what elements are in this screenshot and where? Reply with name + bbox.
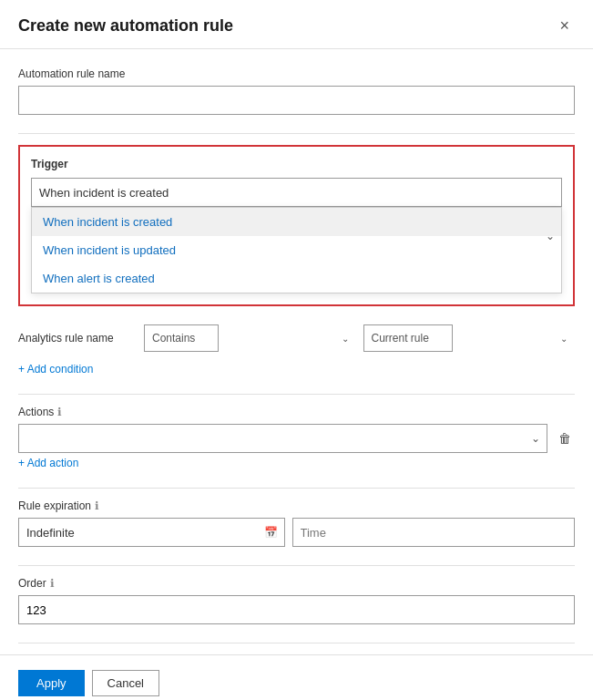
trigger-option-3[interactable]: When alert is created	[32, 264, 561, 293]
trigger-label: Trigger	[31, 158, 562, 170]
order-info-icon: ℹ	[50, 577, 55, 590]
rule-expiration-info-icon: ℹ	[95, 499, 99, 512]
actions-section: Actions ℹ ⌄ 🗑 + Add action	[18, 406, 575, 469]
delete-action-button[interactable]: 🗑	[555, 427, 575, 449]
condition-label: Analytics rule name	[18, 332, 137, 345]
action-row-1: ⌄ 🗑	[18, 424, 575, 453]
trigger-select-display[interactable]: When incident is created ⌄	[31, 178, 562, 207]
trigger-dropdown-menu: When incident is created When incident i…	[31, 207, 562, 293]
dialog-title: Create new automation rule	[18, 16, 233, 36]
condition-operator-chevron-icon: ⌄	[342, 334, 349, 344]
order-input[interactable]	[18, 595, 575, 624]
conditions-group: Analytics rule name Contains ⌄ Current r…	[18, 324, 575, 376]
action-select-wrap: ⌄	[18, 424, 547, 453]
expiration-time-input[interactable]	[292, 518, 576, 547]
divider-3	[18, 488, 575, 489]
condition-value-wrap: Current rule ⌄	[363, 324, 576, 352]
trigger-option-1[interactable]: When incident is created	[32, 208, 561, 236]
expiration-date-wrap: 📅	[18, 518, 285, 547]
expiration-date-input[interactable]	[18, 518, 285, 547]
condition-row-1: Analytics rule name Contains ⌄ Current r…	[18, 324, 575, 352]
rule-expiration-row: 📅	[18, 518, 575, 547]
divider-2	[18, 394, 575, 395]
action-select[interactable]	[18, 424, 547, 453]
dialog-footer: Apply Cancel	[0, 654, 593, 700]
automation-rule-name-input[interactable]	[18, 86, 575, 115]
trigger-select-wrapper: When incident is created ⌄ When incident…	[31, 178, 562, 293]
condition-operator-select[interactable]: Contains	[144, 324, 219, 352]
create-automation-rule-dialog: Create new automation rule × Automation …	[0, 0, 593, 700]
divider-1	[18, 133, 575, 134]
divider-5	[18, 643, 575, 643]
divider-4	[18, 565, 575, 566]
apply-button[interactable]: Apply	[18, 670, 85, 696]
dialog-header: Create new automation rule ×	[0, 0, 593, 49]
trigger-section: Trigger When incident is created ⌄ When …	[18, 145, 575, 306]
actions-label: Actions ℹ	[18, 406, 575, 418]
automation-rule-name-label: Automation rule name	[18, 67, 575, 80]
order-group: Order ℹ	[18, 577, 575, 624]
condition-operator-wrap: Contains ⌄	[144, 324, 356, 352]
close-button[interactable]: ×	[554, 15, 575, 37]
cancel-button[interactable]: Cancel	[92, 670, 159, 696]
rule-expiration-label: Rule expiration ℹ	[18, 499, 575, 512]
condition-value-chevron-icon: ⌄	[560, 334, 567, 344]
trigger-option-2[interactable]: When incident is updated	[32, 236, 561, 264]
order-label: Order ℹ	[18, 577, 575, 590]
automation-rule-name-group: Automation rule name	[18, 67, 575, 115]
actions-info-icon: ℹ	[57, 406, 62, 418]
trigger-selected-value: When incident is created	[39, 186, 169, 200]
add-action-button[interactable]: + Add action	[18, 457, 78, 469]
rule-expiration-group: Rule expiration ℹ 📅	[18, 499, 575, 547]
condition-value-select[interactable]: Current rule	[363, 324, 453, 352]
dialog-body: Automation rule name Trigger When incide…	[0, 49, 593, 654]
add-condition-button[interactable]: + Add condition	[18, 363, 93, 376]
